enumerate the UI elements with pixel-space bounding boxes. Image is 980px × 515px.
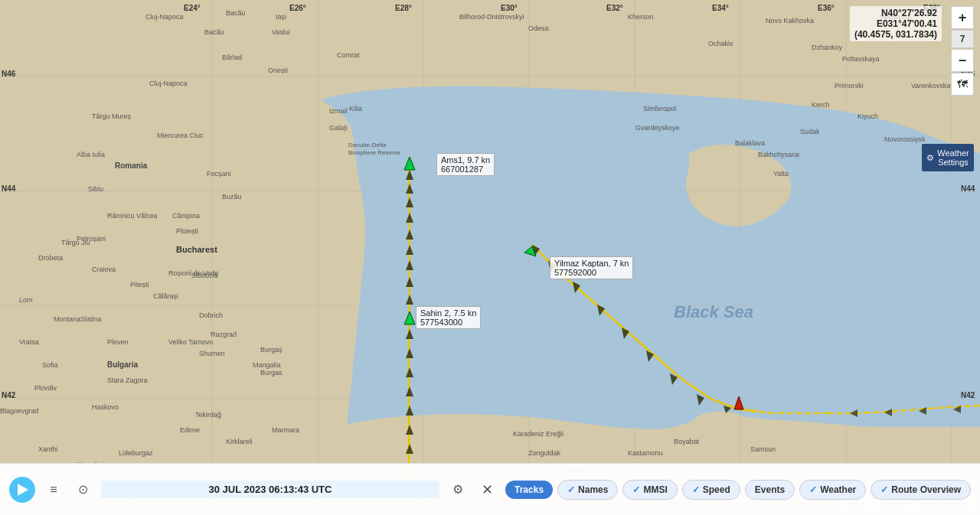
svg-text:Bucharest: Bucharest <box>176 245 217 254</box>
map-svg: Cluj-Napoca Bacău Târgu Mureș Miercurea … <box>0 0 980 515</box>
map-container[interactable]: Cluj-Napoca Bacău Târgu Mureș Miercurea … <box>0 0 980 515</box>
svg-text:E34°: E34° <box>712 4 729 12</box>
svg-text:Bakhchysarai: Bakhchysarai <box>758 151 799 158</box>
svg-text:Ploiești: Ploiești <box>176 227 198 235</box>
check-icon: ✓ <box>692 484 700 495</box>
svg-text:E28°: E28° <box>395 4 412 12</box>
svg-text:Lüleburgaz: Lüleburgaz <box>119 449 153 457</box>
svg-text:Romania: Romania <box>115 161 148 170</box>
svg-text:Marmara: Marmara <box>272 426 299 434</box>
svg-text:Bacău: Bacău <box>204 28 224 36</box>
check-icon: ✓ <box>567 484 575 495</box>
svg-text:E24°: E24° <box>184 4 201 12</box>
tab-tracks[interactable]: Tracks <box>505 481 553 499</box>
svg-text:Vaslui: Vaslui <box>272 28 290 36</box>
zoom-in-button[interactable]: + <box>951 6 974 29</box>
play-icon <box>18 484 28 496</box>
svg-text:Alba Iulia: Alba Iulia <box>77 151 105 158</box>
svg-text:Călărași: Călărași <box>153 292 178 300</box>
svg-text:Montana: Montana <box>54 315 80 323</box>
svg-text:Slobozia: Slobozia <box>191 272 218 279</box>
tab-events[interactable]: Events <box>745 480 795 500</box>
svg-text:E36°: E36° <box>818 4 835 12</box>
time-display[interactable]: 30 JUL 2023 06:13:43 UTC <box>101 481 439 498</box>
svg-text:Primorski: Primorski <box>835 82 864 90</box>
check-icon: ✓ <box>880 484 888 495</box>
svg-text:Cluj-Napoca: Cluj-Napoca <box>149 80 188 87</box>
svg-text:N42: N42 <box>2 391 16 399</box>
tab-weather[interactable]: ✓ Weather <box>799 480 866 500</box>
svg-text:Vratsa: Vratsa <box>19 338 39 346</box>
svg-text:Novorossiysk: Novorossiysk <box>884 135 926 143</box>
toolbar-settings-button[interactable]: ⚙ <box>447 479 469 500</box>
svg-text:Comrat: Comrat <box>337 51 360 59</box>
weather-settings-button[interactable]: ⚙ Weather Settings <box>922 144 974 171</box>
check-icon: ✓ <box>809 484 817 495</box>
svg-text:Bulgaria: Bulgaria <box>107 360 138 369</box>
zoom-controls: + 7 − 🗺 <box>951 6 974 96</box>
svg-text:Blagoevgrad: Blagoevgrad <box>0 407 39 415</box>
weather-settings-label: Weather Settings <box>937 148 969 167</box>
svg-text:N44: N44 <box>2 184 16 193</box>
svg-text:Ochakiv: Ochakiv <box>708 40 733 47</box>
svg-text:Kherson: Kherson <box>628 13 654 21</box>
svg-text:Sofia: Sofia <box>42 361 58 369</box>
toolbar-close-button[interactable]: ✕ <box>476 479 498 500</box>
svg-text:Gvardeyskoye: Gvardeyskoye <box>635 124 680 132</box>
svg-text:Sibiu: Sibiu <box>88 185 103 193</box>
svg-text:Bilhorod-Dnistrovskyi: Bilhorod-Dnistrovskyi <box>459 13 524 21</box>
svg-text:Stara Zagora: Stara Zagora <box>107 376 148 384</box>
svg-text:Kirklareli: Kirklareli <box>226 438 253 445</box>
svg-text:Poltavskaya: Poltavskaya <box>842 55 880 63</box>
svg-text:Mangalia: Mangalia <box>253 361 281 369</box>
svg-text:Buzău: Buzău <box>222 193 242 200</box>
svg-text:Slatina: Slatina <box>80 315 102 323</box>
svg-text:Razgrad: Razgrad <box>211 331 237 338</box>
svg-text:Kerch: Kerch <box>812 101 830 109</box>
decimal-display: (40.4575, 031.7834) <box>854 29 937 40</box>
svg-text:Pleven: Pleven <box>107 338 129 346</box>
svg-text:E30°: E30° <box>501 4 518 12</box>
svg-text:N42: N42 <box>961 391 975 399</box>
svg-text:Kilia: Kilia <box>349 105 362 112</box>
coordinates-display: N40°27'26.92 E031°47'00.41 (40.4575, 031… <box>850 6 942 41</box>
svg-text:Dobrich: Dobrich <box>199 311 223 319</box>
svg-text:N44: N44 <box>961 184 975 193</box>
tab-names[interactable]: ✓ Names <box>557 480 618 500</box>
svg-text:Shumen: Shumen <box>199 350 225 357</box>
svg-text:Kastamonu: Kastamonu <box>628 449 663 457</box>
svg-text:Bacău: Bacău <box>226 9 246 17</box>
svg-text:Simferopol: Simferopol <box>643 105 676 112</box>
svg-text:Târgu Jiu: Târgu Jiu <box>61 239 90 246</box>
svg-text:Iași: Iași <box>276 13 286 21</box>
svg-text:E26°: E26° <box>289 4 306 12</box>
svg-text:Edirne: Edirne <box>180 426 200 434</box>
svg-text:N46: N46 <box>2 70 16 78</box>
svg-text:Dzhankoy: Dzhankoy <box>812 44 843 51</box>
svg-text:Izmail: Izmail <box>329 107 348 115</box>
svg-text:Drobeta: Drobeta <box>38 254 63 262</box>
svg-text:Zonguldak: Zonguldak <box>528 449 561 457</box>
svg-text:Burgas: Burgas <box>260 369 283 376</box>
svg-text:Sudak: Sudak <box>800 128 820 135</box>
zoom-out-button[interactable]: − <box>951 49 974 72</box>
tab-route-overview[interactable]: ✓ Route Overview <box>871 480 971 500</box>
tab-mmsi[interactable]: ✓ MMSI <box>622 480 677 500</box>
play-button[interactable] <box>9 477 35 503</box>
analytics-icon-button[interactable]: ⊙ <box>72 479 93 500</box>
svg-text:Burgaș: Burgaș <box>260 346 283 354</box>
settings-icon-button[interactable]: ≡ <box>43 479 64 500</box>
check-icon: ✓ <box>632 484 640 495</box>
svg-text:Focșani: Focșani <box>207 170 231 178</box>
svg-text:Câmpina: Câmpina <box>172 212 200 220</box>
svg-text:Lom: Lom <box>19 296 33 304</box>
svg-text:E32°: E32° <box>606 4 623 12</box>
svg-text:Cluj-Napoca: Cluj-Napoca <box>145 13 184 21</box>
map-view-button[interactable]: 🗺 <box>951 73 974 96</box>
svg-text:Balaklava: Balaklava <box>735 139 765 147</box>
tab-speed[interactable]: ✓ Speed <box>682 480 740 500</box>
svg-text:Miercurea Ciuc: Miercurea Ciuc <box>157 132 204 139</box>
bottom-toolbar: ≡ ⊙ 30 JUL 2023 06:13:43 UTC ⚙ ✕ Tracks … <box>0 463 980 515</box>
zoom-level-display: 7 <box>951 30 974 48</box>
svg-text:Haskovo: Haskovo <box>92 403 119 411</box>
